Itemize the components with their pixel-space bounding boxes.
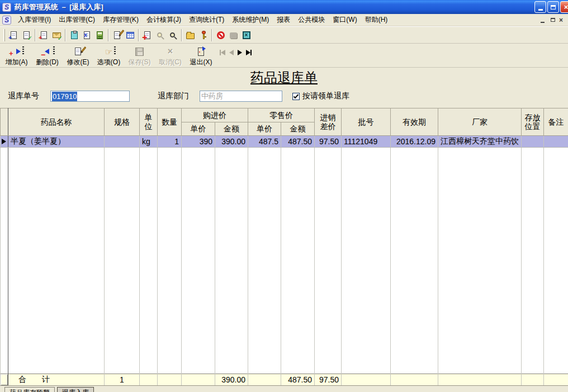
- toolbar-separator: [211, 29, 212, 41]
- mdi-restore-button[interactable]: [548, 16, 557, 24]
- cell-buy-price[interactable]: 390: [182, 136, 215, 148]
- approve-icon[interactable]: ✓: [50, 29, 63, 41]
- current-row-marker: [2, 139, 6, 144]
- menu-item-outbound[interactable]: 出库管理(C): [56, 14, 97, 26]
- header-spec: 规格: [105, 108, 140, 136]
- summary-label: 合 计: [8, 374, 105, 385]
- by-requisition-checkbox[interactable]: [292, 93, 300, 100]
- menu-item-query[interactable]: 查询统计(T): [187, 14, 226, 26]
- toolbar-separator: [65, 29, 66, 41]
- options-icon: ☞: [93, 45, 124, 58]
- exit-button[interactable]: 退出(X): [186, 45, 216, 67]
- disabled-action-icon: [227, 29, 240, 41]
- cell-expiry[interactable]: 2016.12.09: [391, 136, 438, 148]
- header-qty: 数量: [158, 108, 182, 136]
- order-no-label: 退库单号: [8, 91, 39, 101]
- cell-buy-amount[interactable]: 390.00: [215, 136, 248, 148]
- close-button[interactable]: ×: [560, 1, 568, 13]
- mdi-child-icon: S: [2, 16, 11, 25]
- search-icon[interactable]: [167, 29, 179, 41]
- audit-document-icon[interactable]: ✓: [20, 29, 33, 41]
- nav-last-button[interactable]: [246, 50, 252, 55]
- new-document-icon[interactable]: +: [7, 29, 20, 41]
- menu-item-inventory[interactable]: 库存管理(K): [101, 14, 141, 26]
- data-grid: 药品名称 规格 单 位 数量 购进价 零售价 进销 差价 批号 有效期 厂家 存…: [0, 108, 568, 385]
- header-sell-price: 单价: [248, 122, 281, 136]
- order-no-input[interactable]: 017910: [50, 91, 130, 102]
- save-icon: [124, 45, 155, 58]
- header-buy-amount: 金额: [215, 122, 248, 136]
- mdi-close-button[interactable]: ×: [559, 16, 568, 24]
- menu-item-accounting[interactable]: 会计核算(J): [144, 14, 183, 26]
- stop-icon[interactable]: [214, 29, 227, 41]
- nav-next-button[interactable]: [238, 50, 242, 55]
- app-icon: S: [2, 3, 11, 12]
- options-button[interactable]: ☞ 选项(O): [93, 45, 124, 67]
- mdi-minimize-button[interactable]: [538, 16, 547, 24]
- cancel-button: × 取消(C): [155, 45, 186, 67]
- modify-icon: [63, 45, 93, 58]
- restore-button[interactable]: [547, 1, 559, 13]
- header-buy-group: 购进价: [182, 108, 248, 122]
- folder-icon[interactable]: [184, 29, 197, 41]
- medical-document-icon[interactable]: ✚: [141, 29, 154, 41]
- action-toolbar: + 增加(A) − 删除(D) 修改(E) ☞ 选项(O) 保存(S) × 取消…: [0, 44, 568, 68]
- menu-item-help[interactable]: 帮助(H): [363, 14, 390, 26]
- window-title: 药库管理系统 － [退库入库]: [15, 2, 103, 12]
- nav-first-button[interactable]: [220, 50, 225, 55]
- cell-unit[interactable]: kg: [140, 136, 158, 148]
- menu-item-report[interactable]: 报表: [274, 14, 292, 26]
- cell-sell-price[interactable]: 487.5: [248, 136, 281, 148]
- table-row[interactable]: 半夏（姜半夏） kg 1 390 390.00 487.5 487.50 97.…: [1, 136, 568, 148]
- modify-button[interactable]: 修改(E): [63, 45, 93, 67]
- menu-item-window[interactable]: 窗口(W): [330, 14, 359, 26]
- key-icon[interactable]: [197, 29, 210, 41]
- toolbar-separator: [181, 29, 182, 41]
- add-record-icon[interactable]: +: [37, 29, 50, 41]
- exit-icon[interactable]: ×: [240, 29, 253, 41]
- cell-location[interactable]: [522, 136, 544, 148]
- summary-buy-amount: 390.00: [215, 374, 248, 385]
- summary-row: 合 计 1 390.00 487.50 97.50: [1, 374, 568, 385]
- edit-document-icon[interactable]: [111, 29, 124, 41]
- nav-prev-button[interactable]: [229, 50, 234, 55]
- calculator-icon[interactable]: [93, 29, 106, 41]
- header-selector: [1, 108, 8, 136]
- table-view-icon[interactable]: [124, 29, 136, 41]
- checkbox-label: 按请领单退库: [302, 91, 349, 101]
- cell-margin[interactable]: 97.50: [315, 136, 342, 148]
- record-navigator: [220, 50, 252, 55]
- menu-item-common[interactable]: 公共模块: [296, 14, 327, 26]
- header-buy-price: 单价: [182, 122, 215, 136]
- cell-spec[interactable]: [105, 136, 140, 148]
- cell-batch[interactable]: 11121049: [342, 136, 391, 148]
- header-maker: 厂家: [438, 108, 522, 136]
- minimize-button[interactable]: [534, 1, 546, 13]
- cell-sell-amount[interactable]: 487.50: [281, 136, 315, 148]
- clipboard-icon[interactable]: [68, 29, 81, 41]
- toolbar-separator: [108, 29, 109, 41]
- tab-stock-warning[interactable]: 药品库存预警: [4, 387, 55, 392]
- cancel-document-icon[interactable]: x: [81, 29, 93, 41]
- dept-label: 退库部门: [158, 91, 189, 101]
- dept-input[interactable]: 中药房: [200, 91, 282, 102]
- header-name: 药品名称: [8, 108, 105, 136]
- cell-name[interactable]: 半夏（姜半夏）: [8, 136, 105, 148]
- menu-bar: S 入库管理(I) 出库管理(C) 库存管理(K) 会计核算(J) 查询统计(T…: [0, 14, 568, 26]
- summary-qty: 1: [105, 374, 140, 385]
- toolbar-separator: [35, 29, 36, 41]
- add-button[interactable]: + 增加(A): [1, 45, 32, 67]
- delete-icon: −: [32, 45, 63, 58]
- form-row: 退库单号 017910 退库部门 中药房 按请领单退库: [0, 90, 568, 102]
- cell-note[interactable]: [544, 136, 568, 148]
- menu-item-maintenance[interactable]: 系统维护(M): [230, 14, 271, 26]
- header-expiry: 有效期: [391, 108, 438, 136]
- toolbar-grip: [3, 29, 5, 41]
- document-title: 药品退库单: [0, 69, 568, 87]
- menu-item-inbound[interactable]: 入库管理(I): [16, 14, 53, 26]
- cell-qty[interactable]: 1: [158, 136, 182, 148]
- cell-maker[interactable]: 江西樟树天齐堂中药饮: [438, 136, 522, 148]
- tab-return-inbound[interactable]: 退库入库: [57, 387, 94, 392]
- delete-button[interactable]: − 删除(D): [32, 45, 63, 67]
- bottom-tab-bar: 药品库存预警 退库入库: [0, 385, 568, 392]
